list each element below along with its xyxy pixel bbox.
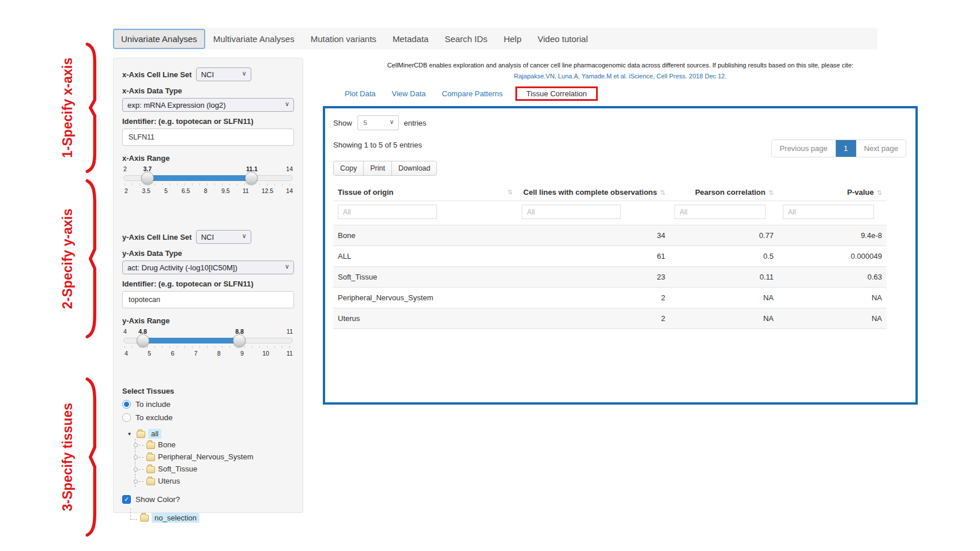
filter-input-pearson[interactable] [674,205,766,219]
tab-univariate-analyses[interactable]: Univariate Analyses [113,29,205,49]
tree-item-no-selection[interactable]: no_selection [130,512,294,523]
annotation-bracket-1 [85,41,100,174]
entries-per-page-select[interactable]: 5 [357,115,399,130]
subtab-plot-data[interactable]: Plot Data [337,84,383,103]
table-row[interactable]: Peripheral_Nervous_System 2 NA NA [333,288,887,308]
show-label: Show [333,119,352,127]
y-axis-cell-line-set-select[interactable]: NCI [196,230,251,244]
sort-icon[interactable] [877,189,882,196]
slider-min-label: 2 [123,165,127,172]
tissue-correlation-table: Tissue of origin Cell lines with complet… [333,183,887,329]
to-exclude-radio[interactable] [122,413,131,422]
slider-track[interactable] [123,175,293,181]
y-axis-data-type-select[interactable]: act: Drug Activity (-log10[IC50M]) [122,261,294,274]
to-include-radio[interactable] [122,400,131,409]
table-row[interactable]: Bone 34 0.77 9.4e-8 [333,225,887,246]
download-button[interactable]: Download [391,161,438,176]
cell-count: 34 [517,225,670,246]
previous-page-button[interactable]: Previous page [772,140,835,157]
x-axis-data-type-value: exp: mRNA Expression (log2) [127,101,226,110]
entries-per-page-value: 5 [364,119,367,126]
tab-help[interactable]: Help [496,29,530,49]
x-axis-identifier-input[interactable] [122,129,294,146]
y-axis-cell-line-set-label: y-Axis Cell Line Set [122,233,192,241]
folder-icon [137,431,145,438]
select-tissues-header: Select Tissues [122,387,294,395]
slider-handle-to[interactable] [233,334,246,347]
subtab-compare-patterns[interactable]: Compare Patterns [434,84,511,103]
tab-metadata[interactable]: Metadata [385,29,437,49]
chevron-down-icon [285,100,289,108]
filter-input-cell-lines[interactable] [522,205,621,219]
slider-tick-labels: 23.556.589.51112.514 [123,187,293,194]
copy-button[interactable]: Copy [333,161,364,176]
cell-tissue: ALL [333,246,517,267]
tree-item-peripheral-nervous-system[interactable]: Peripheral_Nervous_System [135,451,294,463]
tree-item-uterus[interactable]: Uterus [135,475,294,487]
subtab-view-data[interactable]: View Data [383,84,434,103]
column-header-tissue-of-origin[interactable]: Tissue of origin [333,183,517,201]
table-row[interactable]: Uterus 2 NA NA [333,308,887,329]
chevron-down-icon [242,70,247,77]
y-axis-identifier-label: Identifier: (e.g. topotecan or SLFN11) [122,280,294,288]
tab-video-tutorial[interactable]: Video tutorial [529,29,595,49]
tree-item-label: Soft_Tissue [158,465,197,473]
no-selection-label: no_selection [152,513,199,523]
tree-expander-icon[interactable] [128,431,134,437]
slider-handle-to[interactable] [245,172,258,184]
table-row[interactable]: ALL 61 0.5 0.000049 [333,246,887,267]
slider-min-label: 4 [123,328,127,335]
cell-pearson: 0.11 [670,267,778,288]
slider-track[interactable] [123,338,293,344]
cell-p-value: 0.000049 [778,246,887,267]
citation-link[interactable]: Rajapakse.VN, Luna.A, Yamade.M et al. iS… [323,71,918,82]
tree-item-label: Peripheral_Nervous_System [158,452,253,461]
cell-pearson: NA [670,288,778,308]
column-header-p-value[interactable]: P-value [778,183,887,201]
chevron-down-icon [242,232,247,240]
annotation-bracket-3 [85,376,100,538]
tab-mutation-variants[interactable]: Mutation variants [303,29,385,49]
tree-item-all[interactable]: all [128,429,294,439]
y-axis-identifier-input[interactable] [122,291,294,308]
next-page-button[interactable]: Next page [857,140,906,157]
x-axis-data-type-select[interactable]: exp: mRNA Expression (log2) [122,98,294,112]
cell-count: 61 [517,246,670,267]
sort-icon[interactable] [768,189,774,196]
tab-search-ids[interactable]: Search IDs [436,29,495,49]
folder-icon [146,478,155,485]
y-axis-range-slider[interactable]: 4 4.8 8.8 11 4567891011 [123,328,293,363]
sort-icon[interactable] [660,189,665,196]
slider-max-label: 14 [286,165,293,172]
column-header-cell-lines[interactable]: Cell lines with complete observations [517,183,670,201]
sort-icon[interactable] [507,188,512,196]
current-page-button[interactable]: 1 [836,140,857,157]
print-button[interactable]: Print [363,161,392,176]
y-axis-data-type-label: y-Axis Data Type [122,249,294,258]
chevron-down-icon [285,263,289,270]
export-button-group: Copy Print Download [333,161,437,176]
subtab-tissue-correlation[interactable]: Tissue Correlation [521,86,593,101]
cell-pearson: 0.77 [670,225,778,246]
filter-input-tissue[interactable] [338,205,437,219]
cell-tissue: Uterus [333,308,517,329]
slider-handle-from[interactable] [137,334,149,347]
column-header-pearson-correlation[interactable]: Pearson correlation [670,183,778,201]
show-color-checkbox[interactable] [122,495,131,504]
red-highlight-box: Tissue Correlation [515,86,598,101]
tree-item-soft-tissue[interactable]: Soft_Tissue [135,463,294,475]
x-axis-cell-line-set-select[interactable]: NCI [196,67,251,81]
slider-handle-from[interactable] [141,172,154,184]
annotation-step3: 3-Specify tissues [60,403,76,511]
filter-input-p-value[interactable] [783,205,874,219]
x-axis-data-type-label: x-Axis Data Type [122,86,294,95]
tree-item-bone[interactable]: Bone [135,439,294,451]
folder-icon [146,442,155,449]
x-axis-range-slider[interactable]: 2 3.7 11.1 14 23.556.589.51112.514 [123,165,293,200]
slider-fill [143,338,239,344]
tree-item-label: Uterus [158,477,180,485]
table-row[interactable]: Soft_Tissue 23 0.11 0.63 [333,267,887,288]
entries-label: entries [404,119,427,127]
tab-multivariate-analyses[interactable]: Multivariate Analyses [205,29,303,49]
cell-count: 23 [517,267,670,288]
